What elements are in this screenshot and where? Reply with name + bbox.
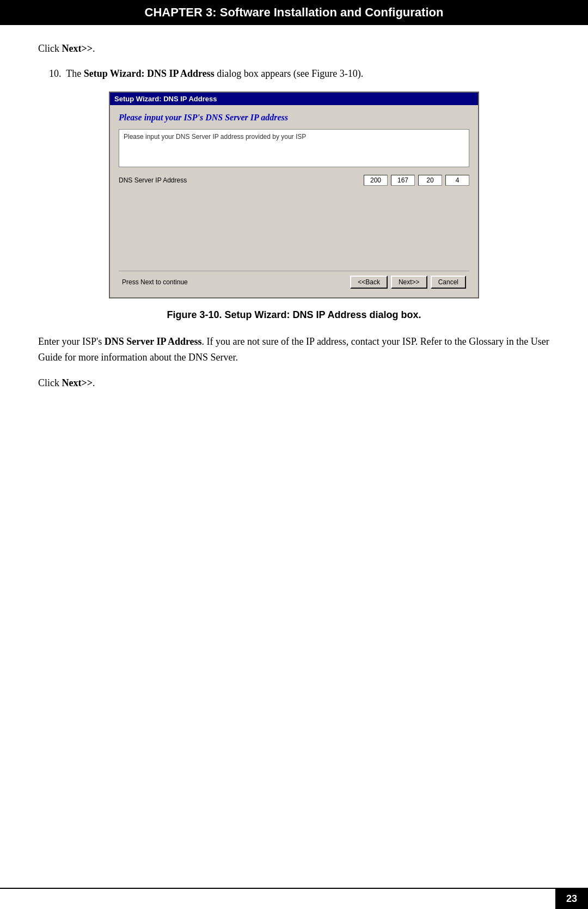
instruction-click-next-2: Click Next>>. (38, 376, 550, 391)
step-10-number: 10. (49, 68, 62, 79)
body-paragraph: Enter your ISP's DNS Server IP Address. … (38, 334, 550, 365)
click-next-2-bold: Next>> (62, 377, 93, 388)
setup-wizard-dialog: Setup Wizard: DNS IP Address Please inpu… (109, 91, 479, 298)
click-next-1-suffix: . (93, 43, 95, 54)
ip-octet-4[interactable] (445, 175, 469, 186)
dns-ip-row: DNS Server IP Address (119, 175, 469, 186)
ip-octet-2[interactable] (391, 175, 415, 186)
ip-octet-3[interactable] (418, 175, 442, 186)
step-10-bold: Setup Wizard: DNS IP Address (84, 68, 215, 79)
page-footer: 23 (0, 888, 588, 909)
dialog-description-text: Please input your DNS Server IP address … (124, 133, 306, 141)
chapter-header: CHAPTER 3: Software Installation and Con… (0, 0, 588, 25)
ip-octet-1[interactable] (364, 175, 388, 186)
click-next-1-bold: Next>> (62, 43, 93, 54)
back-button[interactable]: <<Back (350, 276, 388, 289)
instruction-click-next-1: Click Next>>. (38, 41, 550, 56)
step-10-prefix: The (66, 68, 83, 79)
click-next-1-prefix: Click (38, 43, 62, 54)
footer-status-text: Press Next to continue (122, 278, 350, 286)
dialog-title-text: Setup Wizard: DNS IP Address (114, 95, 217, 103)
dialog-description-box: Please input your DNS Server IP address … (119, 129, 469, 167)
body-bold: DNS Server IP Address (105, 336, 202, 347)
step-10-suffix: dialog box appears (see Figure 3-10). (215, 68, 363, 79)
dialog-footer: Press Next to continue <<Back Next>> Can… (119, 271, 469, 292)
next-button[interactable]: Next>> (391, 276, 427, 289)
dialog-titlebar: Setup Wizard: DNS IP Address (110, 93, 478, 105)
dialog-body: Please input your ISP's DNS Server IP ad… (110, 105, 478, 297)
dialog-footer-buttons: <<Back Next>> Cancel (350, 276, 466, 289)
ip-label: DNS Server IP Address (119, 176, 187, 184)
dialog-spacer (119, 194, 469, 238)
click-next-2-prefix: Click (38, 377, 62, 388)
body-prefix: Enter your ISP's (38, 336, 105, 347)
dialog-subtitle: Please input your ISP's DNS Server IP ad… (119, 113, 469, 123)
figure-caption: Figure 3-10. Setup Wizard: DNS IP Addres… (38, 309, 550, 321)
click-next-2-suffix: . (93, 377, 95, 388)
step-10-text: 10. The Setup Wizard: DNS IP Address dia… (38, 66, 550, 82)
page-number: 23 (555, 889, 588, 909)
cancel-button[interactable]: Cancel (431, 276, 466, 289)
